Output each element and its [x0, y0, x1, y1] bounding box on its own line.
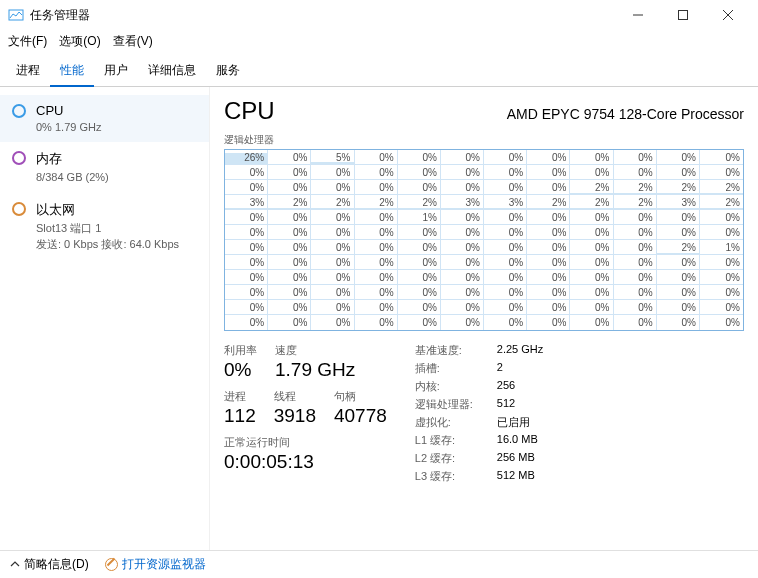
core-cell: 0% — [570, 225, 613, 240]
memory-icon — [12, 151, 26, 165]
core-grid[interactable]: 26%0%5%0%0%0%0%0%0%0%0%0%0%0%0%0%0%0%0%0… — [224, 149, 744, 331]
core-cell: 0% — [614, 165, 657, 180]
proc-value: 112 — [224, 405, 256, 427]
core-cell: 0% — [570, 255, 613, 270]
core-cell: 0% — [527, 180, 570, 195]
core-cell: 0% — [700, 165, 743, 180]
virt-k: 虚拟化: — [415, 415, 497, 430]
core-cell: 0% — [225, 315, 268, 330]
l3-k: L3 缓存: — [415, 469, 497, 484]
resmon-icon — [105, 558, 118, 571]
core-cell: 0% — [484, 285, 527, 300]
core-cell: 0% — [570, 210, 613, 225]
core-cell: 0% — [570, 300, 613, 315]
core-cell: 2% — [657, 240, 700, 255]
core-cell: 0% — [484, 315, 527, 330]
menubar: 文件(F) 选项(O) 查看(V) — [0, 30, 758, 52]
menu-view[interactable]: 查看(V) — [113, 33, 153, 50]
core-cell: 0% — [527, 300, 570, 315]
core-cell: 2% — [657, 180, 700, 195]
core-cell: 2% — [398, 195, 441, 210]
sidebar-item-ethernet[interactable]: 以太网 Slot13 端口 1 发送: 0 Kbps 接收: 64.0 Kbps — [0, 193, 209, 260]
proc-label: 进程 — [224, 389, 256, 404]
core-cell: 0% — [268, 270, 311, 285]
minimize-button[interactable] — [615, 0, 660, 30]
core-cell: 0% — [570, 150, 613, 165]
cpu-details: 基准速度:2.25 GHz 插槽:2 内核:256 逻辑处理器:512 虚拟化:… — [415, 343, 543, 487]
core-cell: 0% — [311, 225, 354, 240]
core-cell: 0% — [355, 240, 398, 255]
core-cell: 0% — [441, 315, 484, 330]
close-button[interactable] — [705, 0, 750, 30]
core-cell: 0% — [398, 240, 441, 255]
core-cell: 0% — [268, 150, 311, 165]
core-cell: 2% — [570, 195, 613, 210]
tab-processes[interactable]: 进程 — [6, 56, 50, 86]
core-cell: 0% — [355, 285, 398, 300]
core-cell: 0% — [657, 225, 700, 240]
core-cell: 0% — [311, 240, 354, 255]
core-cell: 2% — [700, 180, 743, 195]
core-cell: 0% — [268, 210, 311, 225]
tab-users[interactable]: 用户 — [94, 56, 138, 86]
handle-label: 句柄 — [334, 389, 387, 404]
titlebar: 任务管理器 — [0, 0, 758, 30]
maximize-button[interactable] — [660, 0, 705, 30]
core-cell: 0% — [398, 225, 441, 240]
speed-label: 速度 — [275, 343, 355, 358]
sidebar-memory-name: 内存 — [36, 150, 109, 168]
core-cell: 0% — [441, 285, 484, 300]
core-cell: 0% — [225, 240, 268, 255]
sidebar-item-cpu[interactable]: CPU 0% 1.79 GHz — [0, 95, 209, 142]
core-cell: 3% — [484, 195, 527, 210]
sidebar-cpu-name: CPU — [36, 103, 101, 118]
core-cell: 0% — [527, 285, 570, 300]
core-cell: 0% — [484, 300, 527, 315]
core-cell: 0% — [225, 180, 268, 195]
menu-file[interactable]: 文件(F) — [8, 33, 47, 50]
core-cell: 0% — [614, 255, 657, 270]
core-cell: 0% — [268, 225, 311, 240]
core-cell: 0% — [355, 270, 398, 285]
open-resmon-link[interactable]: 打开资源监视器 — [105, 556, 206, 573]
core-cell: 0% — [311, 270, 354, 285]
core-cell: 0% — [398, 270, 441, 285]
core-cell: 0% — [225, 270, 268, 285]
core-cell: 0% — [355, 165, 398, 180]
tab-services[interactable]: 服务 — [206, 56, 250, 86]
core-cell: 2% — [311, 195, 354, 210]
core-cell: 0% — [268, 165, 311, 180]
thread-value: 3918 — [274, 405, 316, 427]
core-cell: 0% — [225, 285, 268, 300]
core-cell: 0% — [398, 255, 441, 270]
core-cell: 0% — [700, 285, 743, 300]
util-value: 0% — [224, 359, 257, 381]
sidebar-memory-sub: 8/384 GB (2%) — [36, 170, 109, 184]
core-cell: 0% — [614, 300, 657, 315]
core-cell: 0% — [225, 210, 268, 225]
core-cell: 0% — [614, 270, 657, 285]
core-cell: 0% — [441, 180, 484, 195]
core-cell: 0% — [311, 300, 354, 315]
core-cell: 0% — [441, 210, 484, 225]
menu-options[interactable]: 选项(O) — [59, 33, 100, 50]
thread-label: 线程 — [274, 389, 316, 404]
fewer-details-button[interactable]: 简略信息(D) — [10, 556, 89, 573]
core-cell: 0% — [268, 285, 311, 300]
cpu-model: AMD EPYC 9754 128-Core Processor — [507, 106, 744, 122]
tab-performance[interactable]: 性能 — [50, 56, 94, 87]
core-cell: 0% — [355, 210, 398, 225]
core-cell: 0% — [484, 225, 527, 240]
sidebar-eth-sub2: 发送: 0 Kbps 接收: 64.0 Kbps — [36, 237, 179, 251]
core-cell: 0% — [398, 315, 441, 330]
util-label: 利用率 — [224, 343, 257, 358]
base-speed-v: 2.25 GHz — [497, 343, 543, 358]
sidebar-item-memory[interactable]: 内存 8/384 GB (2%) — [0, 142, 209, 192]
tab-details[interactable]: 详细信息 — [138, 56, 206, 86]
speed-value: 1.79 GHz — [275, 359, 355, 381]
core-cell: 0% — [570, 240, 613, 255]
cpu-icon — [12, 104, 26, 118]
core-cell: 2% — [614, 195, 657, 210]
uptime-label: 正常运行时间 — [224, 435, 387, 450]
core-cell: 2% — [700, 195, 743, 210]
